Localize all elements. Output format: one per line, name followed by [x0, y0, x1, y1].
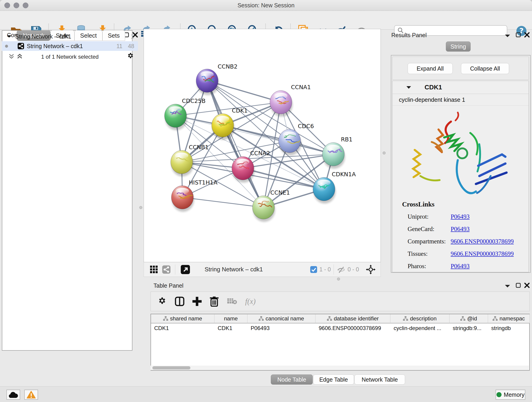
node-gloss	[257, 198, 270, 204]
selected-checkbox-icon[interactable]	[310, 266, 317, 273]
column-header[interactable]: @id	[450, 314, 488, 323]
expand-all-button[interactable]: Expand All	[408, 63, 453, 74]
float-panel-icon[interactable]	[515, 32, 521, 38]
tab-node-table[interactable]: Node Table	[271, 375, 313, 385]
memory-button[interactable]: Memory	[496, 390, 525, 400]
hidden-eye-icon	[336, 266, 346, 274]
node-gloss	[216, 116, 229, 122]
network-node[interactable]: CCNE1	[253, 189, 290, 222]
column-type-icon	[259, 316, 264, 321]
table-cell[interactable]: cyclin-dependent ...	[390, 324, 450, 332]
add-column-icon[interactable]	[192, 296, 202, 306]
network-edge[interactable]	[223, 125, 333, 154]
show-columns-icon[interactable]	[175, 296, 185, 306]
crosslink-row: Pharos:P06493	[408, 260, 529, 272]
warning-icon	[27, 391, 36, 399]
right-splitter-handle[interactable]	[383, 152, 386, 154]
control-panel: Control Panel Network Style Select Sets …	[2, 30, 138, 384]
delete-column-icon[interactable]	[209, 296, 219, 307]
float-panel-icon[interactable]	[515, 283, 521, 288]
crosslink-value[interactable]: P06493	[451, 225, 470, 232]
network-view-icon[interactable]	[162, 265, 171, 274]
table-cell[interactable]: CDK1	[215, 324, 247, 332]
warning-button[interactable]	[24, 390, 38, 400]
separator	[334, 264, 334, 274]
gear-icon[interactable]	[157, 297, 167, 306]
node-gloss	[169, 106, 182, 113]
crosslink-value[interactable]: 9606.ENSP00000378699	[451, 238, 514, 245]
network-node[interactable]: CDC25B	[165, 98, 206, 130]
tree-expand-icon[interactable]	[7, 35, 12, 38]
crosslink-label: Tissues:	[408, 248, 451, 260]
cloud-button[interactable]	[6, 390, 20, 400]
network-node[interactable]: CCNA1	[270, 84, 311, 117]
collapse-all-button[interactable]: Collapse All	[461, 63, 509, 74]
column-header-label: canonical name	[266, 315, 304, 322]
crosslinks-title: CrossLinks	[402, 201, 529, 208]
crosslink-row: Uniprot:P06493	[408, 211, 529, 223]
table-cell[interactable]: CDK1	[151, 324, 215, 332]
network-node[interactable]: CDKN1A	[313, 171, 356, 204]
selected-counter: 1 - 0	[319, 266, 331, 273]
network-view-toolbar: String Network – cdk1 1 - 0 0 - 0	[144, 262, 381, 277]
network-node[interactable]: CDK1	[212, 107, 248, 140]
column-type-icon	[493, 316, 498, 321]
node-label: CCNE1	[270, 189, 290, 196]
column-header[interactable]: name	[215, 314, 247, 323]
tab-edge-table[interactable]: Edge Table	[313, 375, 354, 385]
grid-view-icon[interactable]	[150, 265, 158, 274]
network-node[interactable]: HIST1H1A	[171, 179, 217, 212]
network-edge[interactable]	[182, 197, 264, 207]
crosslink-value[interactable]: P06493	[451, 263, 470, 269]
column-type-icon	[327, 316, 332, 321]
pan-crosshair-icon[interactable]	[366, 265, 375, 274]
table-cell[interactable]: stringdb:9...	[450, 324, 488, 332]
column-type-icon	[403, 316, 408, 321]
gene-description: cyclin-dependent kinase 1	[399, 96, 465, 103]
gene-name: CDK1	[424, 84, 442, 91]
window-title: Session: New Session	[0, 2, 532, 9]
network-edge[interactable]	[207, 81, 264, 207]
panel-menu-icon[interactable]	[505, 34, 510, 38]
table-cell[interactable]: stringdb	[488, 324, 530, 332]
crosslink-value[interactable]: P06493	[451, 213, 470, 220]
left-splitter-handle[interactable]	[139, 206, 142, 209]
edge-count: 48	[128, 43, 134, 50]
gene-section: CDK1 cyclin-dependent kinase 1	[392, 81, 529, 272]
table-cell[interactable]: P06493	[247, 324, 316, 332]
bottom-splitter-handle[interactable]	[337, 278, 340, 281]
network-node[interactable]: CDC6	[279, 123, 314, 155]
column-header[interactable]: namespac	[488, 314, 530, 323]
node-gloss	[327, 145, 340, 151]
node-gloss	[201, 71, 214, 77]
column-header[interactable]: shared name	[151, 314, 215, 323]
network-node[interactable]: CCNB2	[196, 63, 238, 95]
detach-view-icon[interactable]	[181, 265, 190, 274]
column-header-label: @id	[467, 315, 477, 322]
column-header[interactable]: canonical name	[247, 314, 316, 323]
column-header-label: shared name	[170, 315, 202, 322]
gear-icon[interactable]	[127, 52, 134, 60]
node-label: CDC25B	[182, 98, 206, 104]
crosslink-label: Uniprot:	[408, 211, 451, 223]
node-table[interactable]: shared namenamecanonical namedatabase id…	[151, 314, 530, 370]
horizontal-scrollbar[interactable]	[151, 366, 529, 370]
panel-menu-icon[interactable]	[505, 284, 510, 288]
collapse-section-icon[interactable]	[406, 86, 411, 89]
network-row-selected[interactable]: String Network – cdk1 11 48	[2, 41, 138, 51]
close-panel-icon[interactable]	[524, 283, 530, 288]
table-cell[interactable]: 9606.ENSP00000378699	[316, 324, 390, 332]
network-collection-row[interactable]: String Network – cdk1 1	[2, 32, 138, 41]
scrollbar-thumb[interactable]	[152, 366, 190, 370]
network-node[interactable]: RB1	[322, 136, 352, 169]
column-header-label: database identifier	[334, 315, 379, 322]
column-header[interactable]: database identifier	[316, 314, 390, 323]
crosslink-value[interactable]: 9606.ENSP00000378699	[451, 250, 514, 257]
network-canvas[interactable]: CCNB2CCNA1CDC25BCDK1CDC6RB1CCNB1CCNA2CDK…	[144, 29, 381, 262]
tab-string[interactable]: String	[446, 41, 471, 51]
gene-section-header[interactable]: CDK1	[393, 81, 529, 94]
node-label: RB1	[341, 136, 352, 143]
close-panel-icon[interactable]	[524, 32, 530, 38]
tab-network-table[interactable]: Network Table	[355, 375, 405, 385]
column-header[interactable]: description	[390, 314, 450, 323]
